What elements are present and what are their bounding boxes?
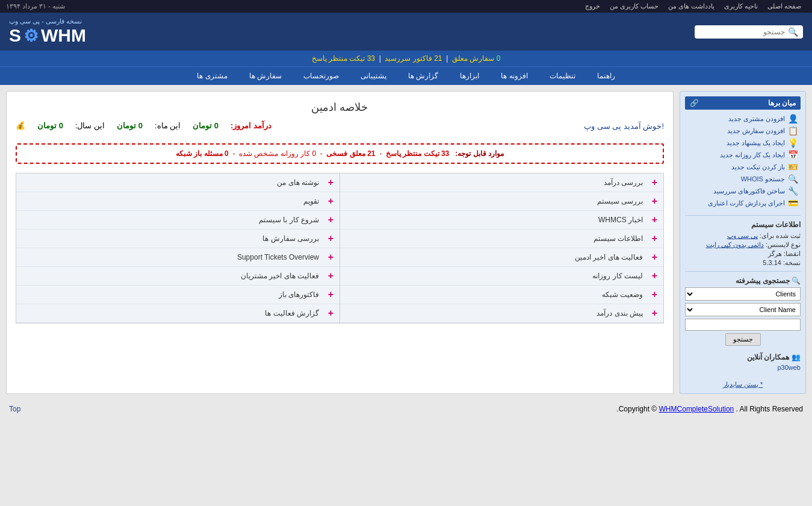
widget-open-invoices: + فاکتورهای باز [16,286,339,304]
widget-my-notes: + نوشته های من [16,173,339,192]
whmcs-logo: WHM ⚙ S [9,25,86,46]
add-order-icon: 📋 [788,126,798,136]
nav-item-orders[interactable]: سفارش ها [238,67,293,85]
shortcut-build-invoices[interactable]: 🔧 ساختن فاکتورهای سررسید [685,185,801,197]
widget-getting-started-label: شروع کار با سیستم [22,216,319,224]
alert-invoices-link[interactable]: فاکتور سررسید [385,54,432,63]
shortcut-add-client[interactable]: 👤 افزودن مشتری جدید [685,113,801,125]
widget-getting-started-add[interactable]: + [324,214,333,225]
widget-my-notes-add[interactable]: + [324,177,333,188]
widget-system-review-add[interactable]: + [648,196,657,207]
nav-item-clients[interactable]: مشتری ها [186,67,238,85]
attention-tickets-link[interactable]: 33 تیکت منتظر پاسخ [386,149,449,158]
attention-suspended-link[interactable]: 21 معلق فسخی [326,149,375,158]
nav-item-billing[interactable]: صورتحساب [293,67,350,85]
search-type-select[interactable]: Clients [685,287,801,301]
shortcut-whois[interactable]: 🔍 جستجو WHOIS [685,173,801,185]
widget-income-forecast: + پیش بندی درآمد [340,304,663,323]
search-field-select[interactable]: Client Name [685,303,801,316]
close-sidebar-link[interactable]: * بستن سایدبار [723,381,763,388]
widget-support-tickets: + Support Tickets Overview [16,248,339,267]
nav-home[interactable]: صفحه اصلی [767,2,801,10]
attention-label: موارد قابل توجه: [455,149,504,158]
widget-admin-activity-label: فعالیت های اخیر ادمین [346,253,643,261]
whois-icon: 🔍 [788,174,798,184]
nav-logout[interactable]: خروج [585,2,600,10]
advanced-search-title: 🔍 جستجوی پیشرفته [685,276,801,285]
widget-client-activity-add[interactable]: + [324,270,333,281]
header-search-icon: 🔍 [788,27,798,37]
widget-daily-tasks-label: لیست کار روزانه [346,272,643,280]
nav-item-settings[interactable]: تنظیمات [539,67,586,85]
widget-system-review: + بررسی سیستم [340,192,663,211]
sysinfo-registered-link[interactable]: پی سی وپ [727,232,758,239]
income-year-label: این سال: [75,121,105,130]
link-icon: 🔗 [690,99,699,107]
header: 🔍 نسخه فارسی - پی سی وپ WHM ⚙ S [0,13,812,51]
widget-sys-info-add[interactable]: + [648,233,657,244]
top-link[interactable]: Top [9,405,20,413]
alerts-bar: 0 سفارش معلق | 21 فاکتور سررسید | 33 تیک… [0,51,812,66]
income-link[interactable]: درآمد امروز: [231,121,271,130]
nav-item-support[interactable]: پشتیبانی [350,67,397,85]
header-search-input[interactable] [695,28,785,36]
widget-income-forecast-add[interactable]: + [648,308,657,319]
shortcuts-title: میان برها 🔗 [685,96,801,110]
nav-item-addons[interactable]: افزونه ها [490,67,538,85]
build-invoices-icon: 🔧 [788,186,798,196]
footer-link[interactable]: WHMCompleteSolution [659,405,734,413]
income-bar: درآمد امروز: 0 تومان این ماه: 0 تومان ای… [16,121,271,130]
widget-network-status-add[interactable]: + [648,289,657,300]
sidebar: میان برها 🔗 👤 افزودن مشتری جدید 📋 افزودن… [680,91,806,394]
nav-user-area[interactable]: ناحیه کاربری [724,2,758,10]
widget-open-invoices-label: فاکتورهای باز [22,290,319,299]
logo-subtitle: نسخه فارسی - پی سی وپ [9,17,82,25]
widget-calendar-add[interactable]: + [324,196,333,207]
shortcut-credit-card[interactable]: 💳 اجرای پردازش کارت اعتباری [685,197,801,209]
widget-whmcs-news-add[interactable]: + [648,214,657,225]
credit-card-icon: 💳 [788,198,798,208]
shortcut-add-task[interactable]: 📅 ایجاد یک کار روزانه جدید [685,149,801,161]
alert-tickets: 33 تیکت منتظر پاسخ [312,54,375,63]
shortcut-open-ticket[interactable]: 🎫 باز کردن تیکت جدید [685,161,801,173]
widget-my-notes-label: نوشته های من [22,178,319,187]
content-wrapper: میان برها 🔗 👤 افزودن مشتری جدید 📋 افزودن… [6,91,806,394]
widget-activity-report-add[interactable]: + [324,308,333,319]
alert-orders-link[interactable]: سفارش معلق [452,54,494,63]
attention-network-link[interactable]: 0 مسئله باز شبکه [176,149,229,158]
widget-client-activity: + فعالیت های اخیر مشتریان [16,267,339,286]
widget-daily-tasks-add[interactable]: + [648,270,657,281]
widget-admin-activity-add[interactable]: + [648,252,657,263]
nav-notes[interactable]: یادداشت های من [668,2,714,10]
income-year: 0 تومان [37,121,63,130]
shortcut-add-proposal[interactable]: 💡 ایجاد یک پیشنهاد جدید [685,137,801,149]
widget-whmcs-news: + اخبار WHMCS [340,211,663,230]
top-bar: صفحه اصلی ناحیه کاربری یادداشت های من حس… [0,0,812,13]
search-value-input[interactable] [685,319,801,331]
logo-text-s: S [9,25,21,46]
widget-revenue-review-add[interactable]: + [648,177,657,188]
sysinfo-expiry: انقضا: هرگز [685,249,801,258]
attention-box: موارد قابل توجه: 33 تیکت منتظر پاسخ - 21… [16,143,664,164]
nav-item-guide[interactable]: راهنما [586,67,626,85]
nav-account[interactable]: حساب کاربری من [610,2,659,10]
nav-item-tools[interactable]: ابزارها [449,67,490,85]
widget-orders-review: + بررسی سفارش ها [16,230,339,248]
widget-orders-review-add[interactable]: + [324,233,333,244]
widget-client-activity-label: فعالیت های اخیر مشتریان [22,272,319,280]
search-submit-button[interactable]: جستجو [725,333,761,346]
alert-tickets-link[interactable]: تیکت منتظر پاسخ [312,54,365,63]
sysinfo-registered: ثبت شده برای: پی سی وپ [685,231,801,240]
attention-tasks: 0 کار روزانه مشخص شده [239,149,316,158]
sysinfo-version: نسخه: 5.3.14 [685,258,801,267]
shortcut-add-order[interactable]: 📋 افزودن سفارش جدید [685,125,801,137]
sidebar-shortcuts: 👤 افزودن مشتری جدید 📋 افزودن سفارش جدید … [685,113,801,209]
widget-sys-info-label: اطلاعات سیستم [346,234,643,243]
widget-support-tickets-label: Support Tickets Overview [22,253,319,261]
nav-item-reports[interactable]: گزارش ها [397,67,449,85]
online-title: 👥 همکاران آنلاین [685,353,801,361]
widget-open-invoices-add[interactable]: + [324,289,333,300]
sysinfo-license-link[interactable]: دائمی بدون کپی رایت [706,241,764,248]
advanced-search-section: 🔍 جستجوی پیشرفته Clients Client Name جست… [685,276,801,346]
widget-support-tickets-add[interactable]: + [324,252,333,263]
